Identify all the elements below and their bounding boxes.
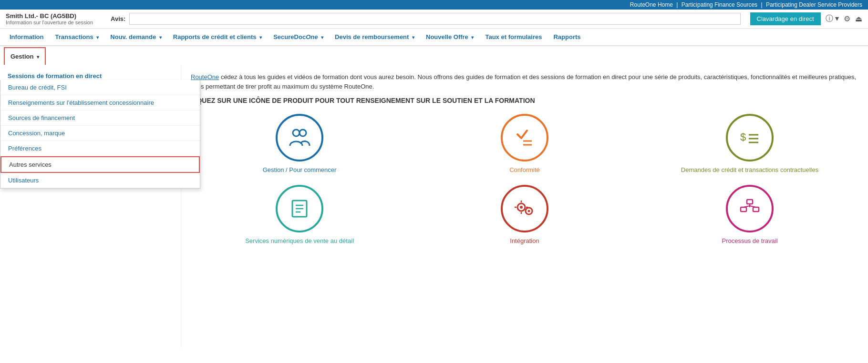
dropdown-renseignements[interactable]: Renseignements sur l'établissement conce… — [0, 95, 200, 111]
money-list-icon: $ — [737, 125, 762, 150]
sidebar-section-title: Sessions de formation en direct — [8, 72, 173, 80]
dropdown-utilisateurs[interactable]: Utilisateurs — [0, 173, 200, 188]
dropdown-autres[interactable]: Autres services — [0, 156, 200, 173]
svg-rect-20 — [747, 200, 753, 204]
gear-icon[interactable]: ⚙ — [844, 14, 850, 23]
intro-paragraph: RouteOne cédez à tous les guides et vidé… — [191, 72, 858, 91]
header-center: Avis: — [111, 13, 741, 25]
main-nav-row2: Gestion ▾ — [0, 46, 868, 65]
finance-sources-link[interactable]: Participating Finance Sources — [682, 1, 757, 8]
nav-nouv-demande[interactable]: Nouv. demande ▾ — [104, 29, 167, 45]
dropdown-sources[interactable]: Sources de financement — [0, 111, 200, 126]
main-nav: Information Transactions ▾ Nouv. demande… — [0, 29, 868, 46]
svg-point-15 — [528, 210, 530, 212]
product-circle-demandes: $ — [726, 114, 774, 161]
nav-transactions[interactable]: Transactions ▾ — [50, 29, 105, 45]
company-name: Smith Ltd.- BC (AG5BD) — [6, 12, 101, 20]
product-circle-services-num — [276, 185, 323, 232]
document-lines-icon — [288, 197, 311, 221]
product-label-conformite: Conformité — [509, 166, 540, 173]
svg-rect-21 — [741, 207, 746, 212]
product-services-num[interactable]: Services numériques de vente au détail — [191, 185, 408, 244]
nav-securedocone[interactable]: SecureDocOne ▾ — [268, 29, 329, 45]
svg-point-0 — [293, 130, 300, 136]
chat-button[interactable]: Clavardage en direct — [750, 12, 821, 25]
product-label-integration: Intégration — [510, 237, 539, 244]
power-icon[interactable]: ⏏ — [855, 14, 862, 23]
svg-text:$: $ — [740, 131, 746, 143]
nav-taux[interactable]: Taux et formulaires — [479, 29, 548, 45]
product-label-gestion: Gestion / Pour commencer — [263, 166, 337, 173]
nav-rapports-credit[interactable]: Rapports de crédit et clients ▾ — [167, 29, 268, 45]
gestion-dropdown: Bureau de crédit, FSI Renseignements sur… — [0, 80, 200, 189]
product-conformite[interactable]: Conformité — [416, 114, 633, 173]
product-label-demandes: Demandes de crédit et transactions contr… — [681, 166, 818, 173]
nav-nouvelle-offre[interactable]: Nouvelle Offre ▾ — [420, 29, 479, 45]
svg-point-1 — [300, 130, 306, 136]
nav-information[interactable]: Information — [4, 29, 50, 45]
product-grid: Gestion / Pour commencer Conformité $ — [191, 114, 858, 244]
header-left: Smith Ltd.- BC (AG5BD) Information sur l… — [6, 12, 101, 25]
section-heading: LIQUEZ SUR UNE ICÔNE DE PRODUIT POUR TOU… — [191, 97, 858, 104]
routeone-home-link[interactable]: RouteOne Home — [630, 1, 673, 8]
svg-rect-22 — [753, 207, 759, 212]
product-circle-conformite — [501, 114, 548, 161]
dealer-service-link[interactable]: Participating Dealer Service Providers — [766, 1, 862, 8]
header-right: Clavardage en direct ⓘ ▾ ⚙ ⏏ — [750, 12, 862, 25]
avis-input[interactable] — [129, 13, 740, 25]
dropdown-bureau[interactable]: Bureau de crédit, FSI — [0, 80, 200, 95]
session-info: Information sur l'ouverture de session — [6, 20, 101, 25]
product-demandes[interactable]: $ Demandes de crédit et transactions con… — [641, 114, 858, 173]
workflow-icon — [738, 197, 762, 221]
main-content: RouteOne cédez à tous les guides et vidé… — [181, 65, 868, 348]
routeone-intro-link[interactable]: RouteOne — [191, 73, 219, 81]
product-circle-gestion — [276, 114, 323, 161]
product-label-services-num: Services numériques de vente au détail — [245, 237, 354, 244]
check-list-icon — [513, 126, 537, 150]
product-gestion[interactable]: Gestion / Pour commencer — [191, 114, 408, 173]
svg-point-13 — [520, 206, 523, 209]
nav-devis[interactable]: Devis de remboursement ▾ — [329, 29, 420, 45]
help-icon[interactable]: ⓘ ▾ — [826, 14, 839, 24]
nav-rapports[interactable]: Rapports — [548, 29, 586, 45]
product-circle-processus — [726, 185, 774, 232]
dropdown-concession[interactable]: Concession, marque — [0, 126, 200, 141]
nav-gestion[interactable]: Gestion ▾ — [4, 47, 46, 65]
product-label-processus: Processus de travail — [722, 237, 777, 244]
top-bar: RouteOne Home | Participating Finance So… — [0, 0, 868, 10]
people-icon — [288, 126, 311, 150]
product-circle-integration — [501, 185, 548, 232]
dropdown-preferences[interactable]: Préférences — [0, 141, 200, 156]
product-processus[interactable]: Processus de travail — [641, 185, 858, 244]
gears-icon — [513, 197, 537, 221]
header: Smith Ltd.- BC (AG5BD) Information sur l… — [0, 10, 868, 29]
avis-label: Avis: — [111, 15, 125, 22]
product-integration[interactable]: Intégration — [416, 185, 633, 244]
